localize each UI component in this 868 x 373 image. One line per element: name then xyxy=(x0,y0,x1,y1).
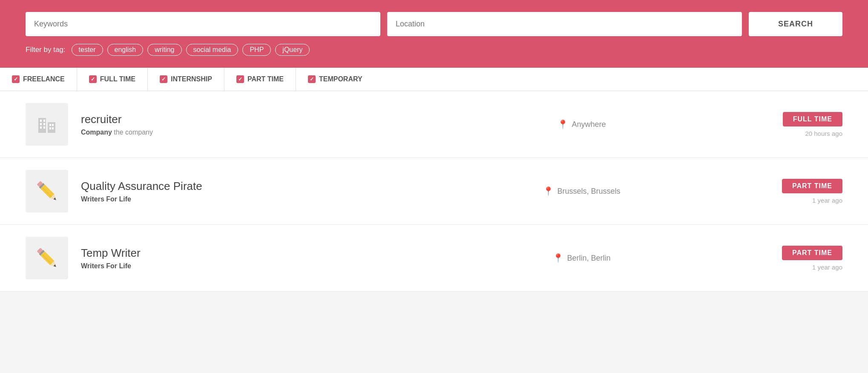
svg-rect-9 xyxy=(52,124,54,126)
job-time: 1 year ago xyxy=(812,197,842,204)
svg-rect-7 xyxy=(43,126,45,129)
job-meta: PART TIME 1 year ago xyxy=(757,179,842,204)
location-pin-icon: 📍 xyxy=(543,186,554,196)
company-name: Writers For Life xyxy=(81,262,131,270)
svg-rect-11 xyxy=(52,127,54,129)
company-name: Writers For Life xyxy=(81,195,131,203)
checkbox-icon-freelance: ✓ xyxy=(12,75,20,83)
job-info: Temp Writer Writers For Life xyxy=(81,247,406,270)
tag-pill[interactable]: jQuery xyxy=(275,44,310,56)
job-logo xyxy=(26,103,68,146)
tag-pill[interactable]: PHP xyxy=(242,44,271,56)
job-title: Temp Writer xyxy=(81,247,406,260)
listings: recruiter Company the company 📍 Anywhere… xyxy=(0,91,868,292)
job-meta: FULL TIME 20 hours ago xyxy=(757,112,842,137)
svg-rect-1 xyxy=(48,122,55,133)
job-company: Writers For Life xyxy=(81,195,406,203)
job-logo xyxy=(26,170,68,212)
filter-by-tag-label: Filter by tag: xyxy=(26,46,66,54)
location-pin-icon: 📍 xyxy=(558,119,568,129)
checkbox-icon-internship: ✓ xyxy=(160,75,167,83)
checkbox-icon-fulltime: ✓ xyxy=(89,75,97,83)
job-time: 1 year ago xyxy=(812,264,842,271)
job-type-filter-parttime[interactable]: ✓ PART TIME xyxy=(224,68,296,91)
location-text: Brussels, Brussels xyxy=(557,187,620,196)
tags-container: testerenglishwritingsocial mediaPHPjQuer… xyxy=(72,44,310,56)
job-time: 20 hours ago xyxy=(805,130,842,137)
keywords-input[interactable] xyxy=(26,12,380,36)
job-type-badge: FULL TIME xyxy=(783,112,842,126)
location-pin-icon: 📍 xyxy=(553,253,563,263)
job-type-label-parttime: PART TIME xyxy=(247,75,284,83)
job-row[interactable]: Quality Assurance Pirate Writers For Lif… xyxy=(0,158,868,225)
svg-rect-2 xyxy=(40,120,42,122)
job-row[interactable]: Temp Writer Writers For Life 📍 Berlin, B… xyxy=(0,225,868,292)
company-label: Company the company xyxy=(81,129,153,136)
location-text: Anywhere xyxy=(572,120,606,129)
app-container: SEARCH Filter by tag: testerenglishwriti… xyxy=(0,0,868,292)
job-location: 📍 Anywhere xyxy=(419,119,744,129)
job-company: Company the company xyxy=(81,129,406,136)
svg-rect-10 xyxy=(49,127,51,129)
job-type-filter-temporary[interactable]: ✓ TEMPORARY xyxy=(296,68,374,91)
job-type-filter-freelance[interactable]: ✓ FREELANCE xyxy=(0,68,77,91)
job-company: Writers For Life xyxy=(81,262,406,270)
svg-rect-6 xyxy=(40,126,42,129)
search-row: SEARCH xyxy=(26,12,842,36)
job-meta: PART TIME 1 year ago xyxy=(757,246,842,271)
job-type-label-freelance: FREELANCE xyxy=(23,75,65,83)
job-type-filter-internship[interactable]: ✓ INTERNSHIP xyxy=(148,68,224,91)
job-row[interactable]: recruiter Company the company 📍 Anywhere… xyxy=(0,91,868,158)
job-type-badge: PART TIME xyxy=(782,246,842,260)
tag-pill[interactable]: tester xyxy=(72,44,103,56)
job-logo xyxy=(26,237,68,279)
job-title: recruiter xyxy=(81,113,406,126)
job-location: 📍 Berlin, Berlin xyxy=(419,253,744,263)
job-location: 📍 Brussels, Brussels xyxy=(419,186,744,196)
checkbox-icon-parttime: ✓ xyxy=(236,75,244,83)
svg-rect-4 xyxy=(40,123,42,125)
location-text: Berlin, Berlin xyxy=(567,254,610,263)
search-bar: SEARCH Filter by tag: testerenglishwriti… xyxy=(0,0,868,68)
checkbox-icon-temporary: ✓ xyxy=(308,75,316,83)
job-title: Quality Assurance Pirate xyxy=(81,180,406,193)
svg-rect-5 xyxy=(43,123,45,125)
job-info: Quality Assurance Pirate Writers For Lif… xyxy=(81,180,406,203)
tag-pill[interactable]: writing xyxy=(147,44,181,56)
tag-pill[interactable]: social media xyxy=(186,44,239,56)
job-type-badge: PART TIME xyxy=(782,179,842,193)
filter-row: Filter by tag: testerenglishwritingsocia… xyxy=(26,44,842,56)
job-type-label-internship: INTERNSHIP xyxy=(171,75,212,83)
location-input[interactable] xyxy=(387,12,742,36)
job-type-filter-row: ✓ FREELANCE ✓ FULL TIME ✓ INTERNSHIP ✓ P… xyxy=(0,68,868,91)
job-info: recruiter Company the company xyxy=(81,113,406,136)
svg-rect-3 xyxy=(43,120,45,122)
job-type-label-temporary: TEMPORARY xyxy=(319,75,362,83)
tag-pill[interactable]: english xyxy=(107,44,144,56)
svg-rect-8 xyxy=(49,124,51,126)
search-button[interactable]: SEARCH xyxy=(749,12,842,36)
job-type-label-fulltime: FULL TIME xyxy=(100,75,135,83)
job-type-filter-fulltime[interactable]: ✓ FULL TIME xyxy=(77,68,148,91)
